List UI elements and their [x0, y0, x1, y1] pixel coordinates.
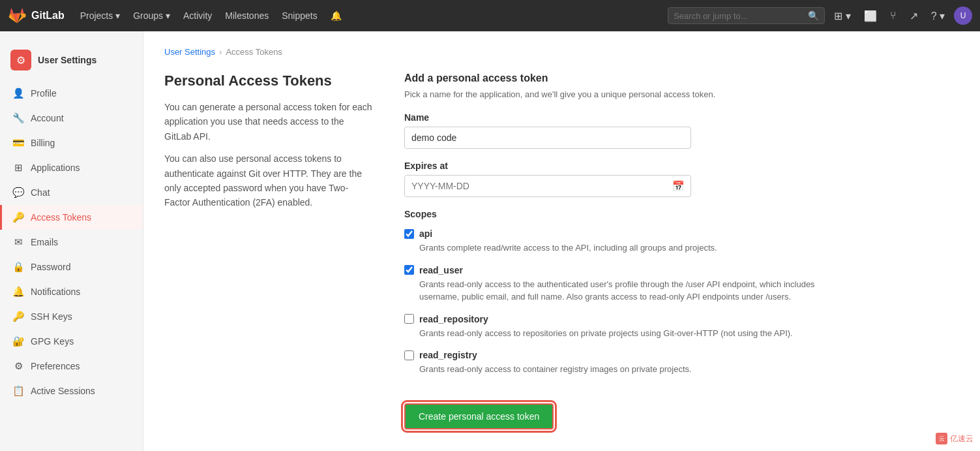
breadcrumb-parent[interactable]: User Settings [164, 47, 215, 57]
sidebar-item-label-active-sessions: Active Sessions [31, 386, 95, 396]
sidebar-item-label-notifications: Notifications [31, 287, 80, 297]
sidebar-item-label-chat: Chat [31, 187, 50, 198]
scope-read-user-row: read_user [404, 265, 848, 275]
scopes-title: Scopes [404, 209, 848, 219]
scope-read-user-label[interactable]: read_user [419, 265, 463, 275]
sidebar-item-ssh-keys[interactable]: 🔑 SSH Keys [0, 304, 143, 329]
topnav-links: Projects ▾ Groups ▾ Activity Milestones … [75, 8, 347, 23]
create-token-button[interactable]: Create personal access token [404, 403, 554, 429]
active-sessions-icon: 📋 [12, 385, 24, 397]
nav-groups[interactable]: Groups ▾ [128, 8, 175, 23]
content-right: Add a personal access token Pick a name … [404, 72, 848, 429]
date-input-wrap: 📅 [404, 175, 691, 197]
sidebar-item-label-access-tokens: Access Tokens [31, 212, 91, 223]
gpg-keys-icon: 🔐 [12, 335, 24, 347]
sidebar: ⚙ User Settings 👤 Profile 🔧 Account 💳 Bi… [0, 31, 143, 451]
scope-read-repository-row: read_repository [404, 314, 848, 324]
sidebar-item-emails[interactable]: ✉ Emails [0, 230, 143, 255]
sidebar-title: User Settings [38, 55, 97, 65]
applications-icon: ⊞ [12, 162, 24, 174]
name-label: Name [404, 112, 848, 123]
expires-input[interactable] [404, 175, 691, 197]
page-desc-1: You can generate a personal access token… [164, 100, 373, 144]
sidebar-item-password[interactable]: 🔒 Password [0, 255, 143, 279]
sidebar-item-label-applications: Applications [31, 163, 80, 173]
sidebar-item-label-ssh-keys: SSH Keys [31, 311, 72, 322]
billing-icon: 💳 [12, 137, 24, 149]
page-title: Personal Access Tokens [164, 72, 373, 89]
sidebar-item-label-gpg-keys: GPG Keys [31, 336, 74, 347]
brand-logo[interactable]: GitLab [8, 7, 65, 25]
scope-api: api Grants complete read/write access to… [404, 228, 848, 255]
form-section-title: Add a personal access token [404, 72, 848, 84]
account-icon: 🔧 [12, 112, 24, 124]
sidebar-nav: 👤 Profile 🔧 Account 💳 Billing ⊞ Applicat… [0, 81, 143, 403]
sidebar-item-label-billing: Billing [31, 138, 55, 148]
sidebar-header: ⚙ User Settings [0, 42, 143, 81]
password-icon: 🔒 [12, 261, 24, 273]
access-tokens-icon: 🔑 [12, 211, 24, 223]
scope-read-repository-desc: Grants read-only access to repositories … [404, 327, 848, 340]
topnav: GitLab Projects ▾ Groups ▾ Activity Mile… [0, 0, 980, 31]
external-icon[interactable]: ↗ [906, 7, 922, 25]
user-settings-icon: ⚙ [10, 50, 31, 70]
page-desc-2: You can also use personal access tokens … [164, 151, 373, 210]
sidebar-item-notifications[interactable]: 🔔 Notifications [0, 279, 143, 304]
ssh-keys-icon: 🔑 [12, 311, 24, 322]
sidebar-item-active-sessions[interactable]: 📋 Active Sessions [0, 379, 143, 403]
sidebar-item-label-password: Password [31, 262, 70, 272]
fork-icon[interactable]: ⑂ [886, 7, 900, 24]
sidebar-item-preferences[interactable]: ⚙ Preferences [0, 354, 143, 379]
expires-field-group: Expires at 📅 [404, 161, 848, 197]
expires-label: Expires at [404, 161, 848, 171]
scope-read-registry-desc: Grants read-only access to container reg… [404, 363, 848, 376]
sidebar-item-chat[interactable]: 💬 Chat [0, 180, 143, 205]
nav-activity[interactable]: Activity [178, 8, 217, 23]
sidebar-item-account[interactable]: 🔧 Account [0, 106, 143, 131]
calendar-icon: 📅 [672, 180, 685, 192]
profile-icon: 👤 [12, 87, 24, 99]
scope-api-label[interactable]: api [419, 228, 432, 239]
scope-api-checkbox[interactable] [404, 229, 414, 239]
scope-read-registry-checkbox[interactable] [404, 350, 414, 360]
preferences-icon: ⚙ [12, 360, 24, 372]
scope-read-user-desc: Grants read-only access to the authentic… [404, 278, 848, 303]
sidebar-item-profile[interactable]: 👤 Profile [0, 81, 143, 106]
scope-read-registry-row: read_registry [404, 350, 848, 360]
sidebar-item-billing[interactable]: 💳 Billing [0, 131, 143, 155]
sidebar-item-label-profile: Profile [31, 88, 57, 99]
breadcrumb-separator: › [219, 47, 222, 57]
sidebar-item-label-account: Account [31, 113, 64, 123]
watermark-logo: 云 [936, 433, 947, 444]
name-input[interactable] [404, 127, 691, 149]
search-icon: 🔍 [808, 10, 819, 21]
name-field-group: Name [404, 112, 848, 149]
scope-read-repository: read_repository Grants read-only access … [404, 314, 848, 340]
avatar[interactable]: U [954, 7, 972, 25]
nav-projects[interactable]: Projects ▾ [75, 8, 125, 23]
sidebar-item-applications[interactable]: ⊞ Applications [0, 155, 143, 180]
watermark: 云 亿速云 [936, 433, 973, 444]
main-content: User Settings › Access Tokens Personal A… [143, 31, 980, 451]
scopes-group: Scopes api Grants complete read/write ac… [404, 209, 848, 376]
help-icon[interactable]: ? ▾ [927, 7, 949, 25]
nav-milestones[interactable]: Milestones [220, 8, 274, 23]
scope-read-repository-checkbox[interactable] [404, 314, 414, 324]
nav-notification-bell[interactable]: 🔔 [325, 8, 347, 23]
scope-read-registry-label[interactable]: read_registry [419, 350, 477, 360]
nav-snippets[interactable]: Snippets [276, 8, 322, 23]
sidebar-item-gpg-keys[interactable]: 🔐 GPG Keys [0, 329, 143, 354]
scope-read-registry: read_registry Grants read-only access to… [404, 350, 848, 376]
add-button[interactable]: ⊞ ▾ [830, 7, 854, 25]
scope-api-row: api [404, 228, 848, 239]
search-box[interactable]: 🔍 [668, 7, 825, 24]
screen-icon[interactable]: ⬜ [860, 7, 881, 25]
sidebar-item-label-emails: Emails [31, 237, 58, 247]
scope-api-desc: Grants complete read/write access to the… [404, 241, 848, 255]
form-subtitle: Pick a name for the application, and we'… [404, 89, 848, 99]
watermark-text: 亿速云 [950, 433, 973, 444]
search-input[interactable] [674, 11, 804, 21]
scope-read-repository-label[interactable]: read_repository [419, 314, 488, 324]
scope-read-user-checkbox[interactable] [404, 265, 414, 275]
sidebar-item-access-tokens[interactable]: 🔑 Access Tokens [0, 205, 143, 230]
